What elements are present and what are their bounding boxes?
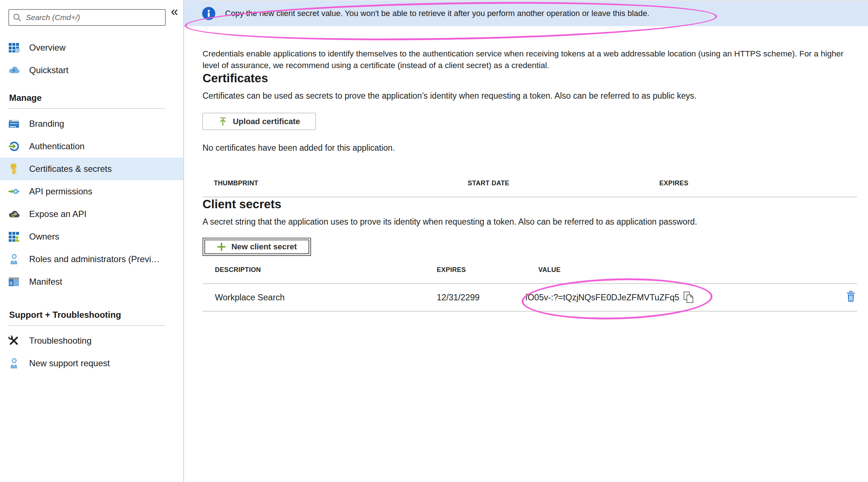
sidebar-item-branding[interactable]: www Branding	[0, 112, 183, 135]
search-input[interactable]	[8, 9, 166, 26]
collapse-sidebar-button[interactable]: «	[171, 5, 178, 18]
upload-certificate-button[interactable]: Upload certificate	[203, 113, 316, 130]
sidebar-item-overview[interactable]: Overview	[0, 36, 183, 59]
sidebar-section-manage: Manage	[0, 93, 183, 109]
sidebar-item-label: Owners	[29, 232, 59, 242]
sidebar-item-label: Authentication	[29, 141, 85, 151]
client-secrets-description: A secret string that the application use…	[203, 217, 857, 227]
new-client-secret-focus-ring: New client secret	[203, 238, 311, 256]
key-icon	[8, 163, 20, 175]
credentials-intro-text: Credentials enable applications to ident…	[203, 48, 855, 71]
delete-secret-trash-icon[interactable]	[846, 291, 856, 302]
svg-text:www: www	[9, 125, 16, 128]
section-header: Manage	[0, 93, 183, 103]
client-secret-row: Workplace Search 12/31/2299 fO05v-:?=tQz…	[203, 284, 857, 312]
owners-icon	[8, 231, 20, 242]
search-box	[8, 9, 166, 26]
authentication-icon	[8, 141, 20, 152]
upload-icon	[218, 117, 228, 126]
client-secrets-table-header: DESCRIPTION EXPIRES VALUE	[203, 266, 857, 284]
expose-api-icon	[8, 208, 20, 220]
sidebar-item-label: Manifest	[29, 277, 62, 287]
sidebar-item-label: Certificates & secrets	[29, 164, 112, 174]
secret-expires-cell: 12/31/2299	[437, 293, 538, 303]
troubleshooting-icon	[8, 335, 20, 347]
column-header-description: DESCRIPTION	[203, 266, 437, 274]
upload-certificate-label: Upload certificate	[233, 117, 300, 126]
new-client-secret-button[interactable]: New client secret	[204, 240, 309, 254]
search-icon	[12, 12, 22, 23]
sidebar-item-roles-administrators[interactable]: Roles and administrators (Previ…	[0, 248, 183, 270]
overview-icon	[8, 42, 20, 54]
sidebar-item-quickstart[interactable]: Quickstart	[0, 59, 183, 82]
app-registration-blade: « Overview Quickstart Manage ww	[0, 0, 868, 482]
api-permissions-icon	[8, 186, 20, 197]
column-header-value: VALUE	[538, 266, 828, 274]
column-header-thumbprint: THUMBPRINT	[203, 179, 468, 187]
new-client-secret-label: New client secret	[231, 242, 297, 252]
secret-value-text: fO05v-:?=tQzjNQsFE0DJeZFMVTuZFq5	[525, 293, 679, 303]
sidebar-item-troubleshooting[interactable]: Troubleshooting	[0, 329, 183, 352]
secret-value-cell: fO05v-:?=tQzjNQsFE0DJeZFMVTuZFq5	[525, 291, 828, 304]
sidebar-item-api-permissions[interactable]: API permissions	[0, 180, 183, 203]
sidebar-item-expose-api[interactable]: Expose an API	[0, 203, 183, 225]
sidebar-item-label: Overview	[29, 43, 66, 53]
certificates-title: Certificates	[203, 71, 857, 85]
main-content: Credentials enable applications to ident…	[184, 48, 868, 312]
no-certificates-message: No certificates have been added for this…	[203, 143, 857, 153]
sidebar: « Overview Quickstart Manage ww	[0, 0, 184, 482]
section-header: Support + Troubleshooting	[0, 310, 183, 320]
sidebar-item-label: Troubleshooting	[29, 336, 91, 346]
certificates-table-header: THUMBPRINT START DATE EXPIRES	[203, 179, 857, 197]
info-banner: Copy the new client secret value. You wo…	[184, 1, 868, 26]
sidebar-item-certificates-secrets[interactable]: Certificates & secrets	[0, 158, 183, 180]
copy-icon[interactable]	[683, 291, 694, 304]
sidebar-item-authentication[interactable]: Authentication	[0, 135, 183, 158]
sidebar-item-label: Quickstart	[29, 65, 68, 75]
divider	[9, 325, 165, 326]
sidebar-section-support: Support + Troubleshooting	[0, 310, 183, 326]
column-header-expires: EXPIRES	[437, 266, 538, 274]
column-header-expires: EXPIRES	[659, 179, 857, 187]
divider	[9, 108, 165, 109]
manifest-icon: {}	[8, 276, 20, 288]
column-header-start-date: START DATE	[468, 179, 659, 187]
sidebar-item-manifest[interactable]: {} Manifest	[0, 270, 183, 293]
certificates-description: Certificates can be used as secrets to p…	[203, 91, 857, 101]
client-secrets-title: Client secrets	[203, 197, 857, 211]
sidebar-item-owners[interactable]: Owners	[0, 225, 183, 248]
info-icon	[202, 7, 216, 20]
quickstart-icon	[8, 64, 20, 76]
sidebar-item-label: Roles and administrators (Previ…	[29, 254, 160, 264]
sidebar-item-label: New support request	[29, 358, 110, 368]
plus-icon	[217, 242, 226, 252]
secret-description-cell: Workplace Search	[203, 293, 437, 303]
info-banner-message: Copy the new client secret value. You wo…	[225, 9, 649, 18]
svg-text:{}: {}	[9, 281, 12, 285]
sidebar-item-label: API permissions	[29, 186, 92, 197]
sidebar-item-label: Expose an API	[29, 209, 86, 219]
sidebar-item-new-support-request[interactable]: New support request	[0, 352, 183, 375]
main-panel: Copy the new client secret value. You wo…	[184, 0, 868, 482]
sidebar-item-label: Branding	[29, 119, 64, 129]
branding-icon: www	[8, 118, 20, 130]
roles-icon	[8, 253, 20, 265]
support-request-icon	[8, 357, 20, 369]
sidebar-nav: Overview Quickstart Manage www Branding	[0, 36, 183, 375]
